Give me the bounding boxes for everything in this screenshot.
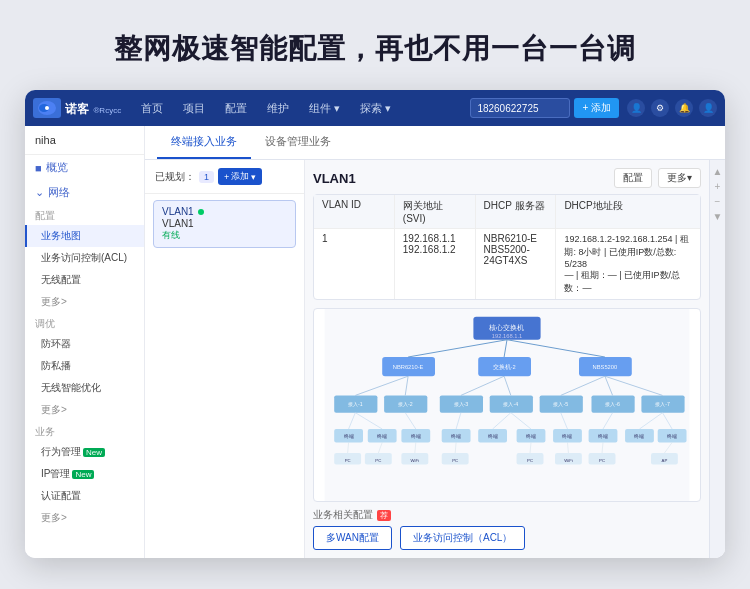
sidebar-more-service[interactable]: 更多> <box>25 507 144 529</box>
sidebar-service-label: 业务 <box>25 421 144 441</box>
nav-search-input[interactable] <box>470 98 570 118</box>
config-label: 业务相关配置 荐 <box>313 508 701 522</box>
svg-text:接入-5: 接入-5 <box>553 401 568 407</box>
sidebar: niha ■ 概览 ⌄ 网络 配置 业务地图 业务访问控制(ACL) 无线配置 … <box>25 126 145 558</box>
nav-home[interactable]: 首页 <box>133 97 171 120</box>
zoom-in-icon[interactable]: + <box>715 181 721 192</box>
svg-text:接入-7: 接入-7 <box>655 401 670 407</box>
vlan-add-button[interactable]: + 添加 ▾ <box>218 168 262 185</box>
settings-icon[interactable]: ⚙ <box>651 99 669 117</box>
svg-text:终端: 终端 <box>488 433 498 439</box>
cell-dhcp-server: NBR6210-ENBS5200-24GT4XS <box>476 229 557 299</box>
page-headline: 整网极速智能配置，再也不用一台一台调 <box>114 30 636 68</box>
svg-text:PC: PC <box>345 458 351 463</box>
bell-icon[interactable]: 🔔 <box>675 99 693 117</box>
content-area: 终端接入业务 设备管理业务 已规划： 1 + 添加 ▾ <box>145 126 725 558</box>
sidebar-item-loop[interactable]: 防环器 <box>25 333 144 355</box>
nav-components[interactable]: 组件 ▾ <box>301 97 348 120</box>
nav-logo: 诺客 ®Rcycc <box>33 98 121 118</box>
nav-icons: 👤 ⚙ 🔔 👤 <box>627 99 717 117</box>
vlan-item-header: VLAN1 <box>162 206 287 217</box>
vlan-detail-actions: 配置 更多▾ <box>614 168 701 188</box>
sidebar-item-acl[interactable]: 业务访问控制(ACL) <box>25 247 144 269</box>
plus-icon: + <box>224 172 229 182</box>
svg-text:终端: 终端 <box>562 433 572 439</box>
svg-text:192.168.1.1: 192.168.1.1 <box>492 333 522 339</box>
vlan-item-name: VLAN1 <box>162 218 287 229</box>
svg-text:终端: 终端 <box>598 433 608 439</box>
cell-vlan-id: 1 <box>314 229 395 299</box>
vlan-list-item[interactable]: VLAN1 VLAN1 有线 <box>153 200 296 248</box>
vlan-count-label: 已规划： <box>155 170 195 184</box>
svg-text:接入-1: 接入-1 <box>348 401 363 407</box>
topology-diagram: 核心交换机 192.168.1.1 NBR6210-E 交换机-2 NBS520… <box>313 308 701 502</box>
acl-config-button[interactable]: 业务访问控制（ACL） <box>400 526 525 550</box>
zoom-out-icon[interactable]: − <box>715 196 721 207</box>
tab-device-service[interactable]: 设备管理业务 <box>251 126 345 159</box>
sidebar-account: niha <box>25 126 144 155</box>
vlan-status-dot <box>198 209 204 215</box>
sidebar-item-auth[interactable]: 认证配置 <box>25 485 144 507</box>
multiwan-config-button[interactable]: 多WAN配置 <box>313 526 392 550</box>
config-recommend-tag: 荐 <box>377 510 391 521</box>
main-area: niha ■ 概览 ⌄ 网络 配置 业务地图 业务访问控制(ACL) 无线配置 … <box>25 126 725 558</box>
svg-text:PC: PC <box>599 458 605 463</box>
nav-maintain[interactable]: 维护 <box>259 97 297 120</box>
nav-config[interactable]: 配置 <box>217 97 255 120</box>
app-window: 诺客 ®Rcycc 首页 项目 配置 维护 组件 ▾ 探索 ▾ + 添加 👤 ⚙… <box>25 90 725 558</box>
chevron-icon: ⌄ <box>35 186 44 199</box>
svg-text:终端: 终端 <box>377 433 387 439</box>
col-dhcp-server: DHCP 服务器 <box>476 195 557 228</box>
sidebar-item-privacy[interactable]: 防私播 <box>25 355 144 377</box>
vlan-list-panel: 已规划： 1 + 添加 ▾ VLAN1 VLAN1 <box>145 160 305 558</box>
sidebar-item-wifi-opt[interactable]: 无线智能优化 <box>25 377 144 399</box>
sidebar-item-network[interactable]: ⌄ 网络 <box>25 180 144 205</box>
vlan-status-text: 有线 <box>162 229 287 242</box>
account-icon[interactable]: 👤 <box>699 99 717 117</box>
svg-text:PC: PC <box>375 458 381 463</box>
svg-text:核心交换机: 核心交换机 <box>489 324 525 332</box>
scroll-up-icon[interactable]: ▲ <box>713 166 723 177</box>
sidebar-item-service-map[interactable]: 业务地图 <box>25 225 144 247</box>
sidebar-item-overview[interactable]: ■ 概览 <box>25 155 144 180</box>
col-vlan-id: VLAN ID <box>314 195 395 228</box>
nav-add-button[interactable]: + 添加 <box>574 98 619 118</box>
svg-point-2 <box>45 106 49 110</box>
config-buttons: 多WAN配置 业务访问控制（ACL） <box>313 526 701 550</box>
svg-text:PC: PC <box>452 458 458 463</box>
grid-icon: ■ <box>35 162 42 174</box>
sidebar-more-optimize[interactable]: 更多> <box>25 399 144 421</box>
svg-text:NBR6210-E: NBR6210-E <box>393 364 424 370</box>
svg-text:终端: 终端 <box>667 433 677 439</box>
nav-project[interactable]: 项目 <box>175 97 213 120</box>
vlan-detail-header: VLAN1 配置 更多▾ <box>313 168 701 188</box>
vlan-info-table: VLAN ID 网关地址 (SVI) DHCP 服务器 DHCP地址段 1 19… <box>313 194 701 300</box>
nav-explore[interactable]: 探索 ▾ <box>352 97 399 120</box>
vlan-header: 已规划： 1 + 添加 ▾ <box>145 160 304 194</box>
dropdown-arrow-icon: ▾ <box>251 172 256 182</box>
vlan-table-header-row: VLAN ID 网关地址 (SVI) DHCP 服务器 DHCP地址段 <box>314 195 700 229</box>
logo-icon <box>33 98 61 118</box>
sidebar-item-behavior[interactable]: 行为管理New <box>25 441 144 463</box>
sidebar-item-ip[interactable]: IP管理New <box>25 463 144 485</box>
vlan-id-label: VLAN1 <box>162 206 194 217</box>
svg-text:终端: 终端 <box>451 433 461 439</box>
tab-bar: 终端接入业务 设备管理业务 <box>145 126 725 160</box>
svg-text:终端: 终端 <box>411 433 421 439</box>
cell-gateway: 192.168.1.1192.168.1.2 <box>395 229 476 299</box>
sidebar-more-network[interactable]: 更多> <box>25 291 144 313</box>
svg-text:接入-2: 接入-2 <box>398 401 413 407</box>
sidebar-item-wireless[interactable]: 无线配置 <box>25 269 144 291</box>
topology-svg: 核心交换机 192.168.1.1 NBR6210-E 交换机-2 NBS520… <box>314 309 700 501</box>
user-icon[interactable]: 👤 <box>627 99 645 117</box>
tab-terminal-service[interactable]: 终端接入业务 <box>157 126 251 159</box>
vlan-detail-panel: VLAN1 配置 更多▾ VLAN ID 网关地址 (SVI) DHCP 服务器… <box>305 160 709 558</box>
svg-text:终端: 终端 <box>344 433 354 439</box>
cell-dhcp-range: 192.168.1.2-192.168.1.254 | 租期: 8小时 | 已使… <box>556 229 700 299</box>
vlan-more-button[interactable]: 更多▾ <box>658 168 701 188</box>
vlan-config-section: 业务相关配置 荐 多WAN配置 业务访问控制（ACL） <box>313 508 701 550</box>
right-scroll-bar: ▲ + − ▼ <box>709 160 725 558</box>
sidebar-optimize-label: 调优 <box>25 313 144 333</box>
vlan-edit-button[interactable]: 配置 <box>614 168 652 188</box>
scroll-down-icon[interactable]: ▼ <box>713 211 723 222</box>
